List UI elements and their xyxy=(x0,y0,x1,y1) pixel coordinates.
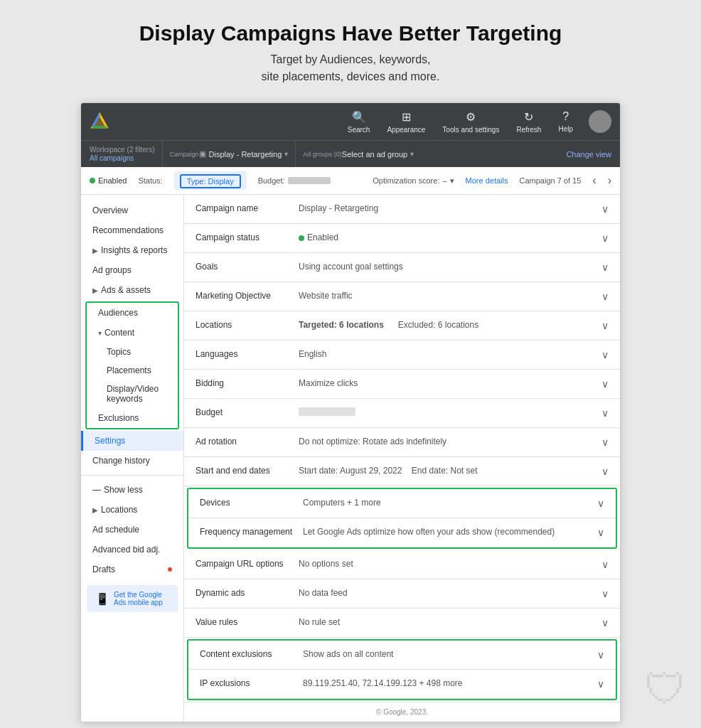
sidebar-item-ads-assets[interactable]: ▶ Ads & assets xyxy=(81,280,183,300)
more-details-link[interactable]: More details xyxy=(466,176,508,185)
adgroups-text: Select an ad group xyxy=(342,150,407,159)
row-locations[interactable]: Locations Targeted: 6 locations Excluded… xyxy=(184,311,620,341)
sidebar-item-insights[interactable]: ▶ Insights & reports xyxy=(81,240,183,260)
frequency-value: Let Google Ads optimize how often your a… xyxy=(303,527,592,537)
campaign-name-chevron: ∨ xyxy=(601,203,609,215)
marketing-objective-value: Website traffic xyxy=(299,291,596,301)
sidebar-item-overview[interactable]: Overview xyxy=(81,200,183,220)
dynamic-ads-chevron: ∨ xyxy=(601,588,609,599)
budget-row-value xyxy=(299,407,596,418)
campaign-nav: Workspace (2 filters) All campaigns Camp… xyxy=(81,140,620,167)
prev-campaign-button[interactable]: ‹ xyxy=(592,174,596,187)
search-nav-item[interactable]: 🔍 Search xyxy=(341,107,378,136)
adgroups-label: Ad groups (0) xyxy=(303,151,342,158)
sidebar-item-audiences[interactable]: Audiences xyxy=(87,303,178,323)
campaign-url-value: No options set xyxy=(299,559,596,569)
row-dynamic-ads[interactable]: Dynamic ads No data feed ∨ xyxy=(184,579,620,609)
green-box-targeting: Audiences ▾ Content Topics Placements Di… xyxy=(85,301,179,429)
sidebar-item-ad-schedule[interactable]: Ad schedule xyxy=(81,520,183,540)
show-less-dash: — xyxy=(92,485,101,495)
opt-dropdown-icon[interactable]: ▾ xyxy=(450,176,454,186)
campaign-name-value: Display - Retargeting xyxy=(299,203,596,213)
recommendations-label: Recommendations xyxy=(92,225,164,235)
row-frequency-management[interactable]: Frequency management Let Google Ads opti… xyxy=(188,518,616,547)
appearance-nav-item[interactable]: ⊞ Appearance xyxy=(380,107,432,136)
campaign-section: Campaign ▣ Display - Retargeting ▾ xyxy=(162,141,296,167)
sidebar-item-exclusions[interactable]: Exclusions xyxy=(87,408,178,428)
footer-copyright: © Google, 2023. xyxy=(184,702,620,722)
locations-row-value: Targeted: 6 locations Excluded: 6 locati… xyxy=(299,320,596,330)
drafts-red-dot xyxy=(168,567,172,572)
row-value-rules[interactable]: Value rules No rule set ∨ xyxy=(184,609,620,638)
logo-area xyxy=(90,112,109,132)
green-box-content-group: Content exclusions Show ads on all conte… xyxy=(187,639,617,700)
goals-chevron: ∨ xyxy=(601,262,609,273)
row-campaign-url[interactable]: Campaign URL options No options set ∨ xyxy=(184,550,620,579)
help-nav-item[interactable]: ? Help xyxy=(551,107,580,136)
sidebar-item-content[interactable]: ▾ Content xyxy=(87,323,178,343)
content-exclusions-label: Content exclusions xyxy=(200,649,303,659)
ip-exclusions-value: 89.119.251.40, 72.14.199.123 + 498 more xyxy=(303,678,592,688)
row-ad-rotation[interactable]: Ad rotation Do not optimize: Rotate ads … xyxy=(184,428,620,457)
placements-label: Placements xyxy=(107,365,151,375)
sidebar-item-recommendations[interactable]: Recommendations xyxy=(81,220,183,240)
campaign-url-label: Campaign URL options xyxy=(196,559,299,569)
search-label: Search xyxy=(348,126,370,134)
all-campaigns-label[interactable]: All campaigns xyxy=(90,154,155,162)
enabled-dot xyxy=(90,178,95,183)
row-marketing-objective[interactable]: Marketing Objective Website traffic ∨ xyxy=(184,282,620,311)
row-ip-exclusions[interactable]: IP exclusions 89.119.251.40, 72.14.199.1… xyxy=(188,670,616,699)
advanced-bid-label: Advanced bid adj. xyxy=(92,545,160,555)
content-arrow: ▾ xyxy=(98,329,102,337)
green-box-devices-group: Devices Computers + 1 more ∨ Frequency m… xyxy=(187,488,617,549)
sidebar-item-change-history[interactable]: Change history xyxy=(81,451,183,471)
sidebar-show-less[interactable]: — Show less xyxy=(81,480,183,500)
tools-nav-item[interactable]: ⚙ Tools and settings xyxy=(435,107,506,136)
ad-rotation-chevron: ∨ xyxy=(601,437,609,448)
row-content-exclusions[interactable]: Content exclusions Show ads on all conte… xyxy=(188,641,616,670)
nav-icons: 🔍 Search ⊞ Appearance ⚙ Tools and settin… xyxy=(341,107,611,136)
change-view-button[interactable]: Change view xyxy=(566,150,611,159)
campaign-status-chevron: ∨ xyxy=(601,232,609,244)
next-campaign-button[interactable]: › xyxy=(608,174,611,187)
display-video-label: Display/Video keywords xyxy=(107,384,159,404)
row-budget[interactable]: Budget ∨ xyxy=(184,399,620,428)
all-campaigns-link[interactable]: All campaigns xyxy=(90,154,155,162)
sidebar-item-topics[interactable]: Topics xyxy=(87,343,178,361)
row-goals[interactable]: Goals Using account goal settings ∨ xyxy=(184,253,620,282)
page-heading: Display Campaigns Have Better Targeting xyxy=(139,21,562,46)
sidebar-item-locations[interactable]: ▶ Locations xyxy=(81,500,183,520)
campaign-dropdown-icon[interactable]: ▾ xyxy=(284,150,288,158)
mobile-app-promo[interactable]: 📱 Get the Google Ads mobile app xyxy=(87,585,178,612)
locations-label: Locations xyxy=(101,505,137,515)
sidebar-item-settings[interactable]: Settings xyxy=(81,431,183,451)
status-green-dot xyxy=(299,235,304,241)
adgroups-dropdown-icon[interactable]: ▾ xyxy=(410,150,414,158)
tools-icon: ⚙ xyxy=(466,110,476,124)
insights-label: Insights & reports xyxy=(101,245,167,255)
sidebar-item-drafts[interactable]: Drafts xyxy=(81,560,183,579)
row-languages[interactable]: Languages English ∨ xyxy=(184,341,620,370)
row-start-end-dates[interactable]: Start and end dates Start date: August 2… xyxy=(184,457,620,486)
ip-exclusions-chevron: ∨ xyxy=(597,678,604,690)
row-devices[interactable]: Devices Computers + 1 more ∨ xyxy=(188,489,616,518)
sidebar-item-placements[interactable]: Placements xyxy=(87,361,178,380)
sidebar-item-advanced-bid[interactable]: Advanced bid adj. xyxy=(81,540,183,560)
row-campaign-status[interactable]: Campaign status Enabled ∨ xyxy=(184,224,620,253)
refresh-nav-item[interactable]: ↻ Refresh xyxy=(509,107,548,136)
adgroups-value[interactable]: Select an ad group ▾ xyxy=(342,150,414,159)
refresh-icon: ↻ xyxy=(524,110,533,124)
browser-wrapper: 🔍 Search ⊞ Appearance ⚙ Tools and settin… xyxy=(80,102,621,722)
campaign-value-nav[interactable]: ▣ Display - Retargeting ▾ xyxy=(199,149,289,159)
campaign-name-label: Campaign name xyxy=(196,203,299,213)
avatar[interactable] xyxy=(589,110,611,133)
campaign-counter: Campaign 7 of 15 xyxy=(520,176,582,185)
budget-section: Budget: xyxy=(258,176,331,185)
sidebar-item-display-video[interactable]: Display/Video keywords xyxy=(87,380,178,408)
drafts-label: Drafts xyxy=(92,564,115,574)
sidebar-item-adgroups[interactable]: Ad groups xyxy=(81,260,183,280)
row-campaign-name[interactable]: Campaign name Display - Retargeting ∨ xyxy=(184,195,620,224)
top-nav: 🔍 Search ⊞ Appearance ⚙ Tools and settin… xyxy=(81,103,620,140)
start-end-value: Start date: August 29, 2022 End date: No… xyxy=(299,466,596,476)
row-bidding[interactable]: Bidding Maximize clicks ∨ xyxy=(184,370,620,399)
